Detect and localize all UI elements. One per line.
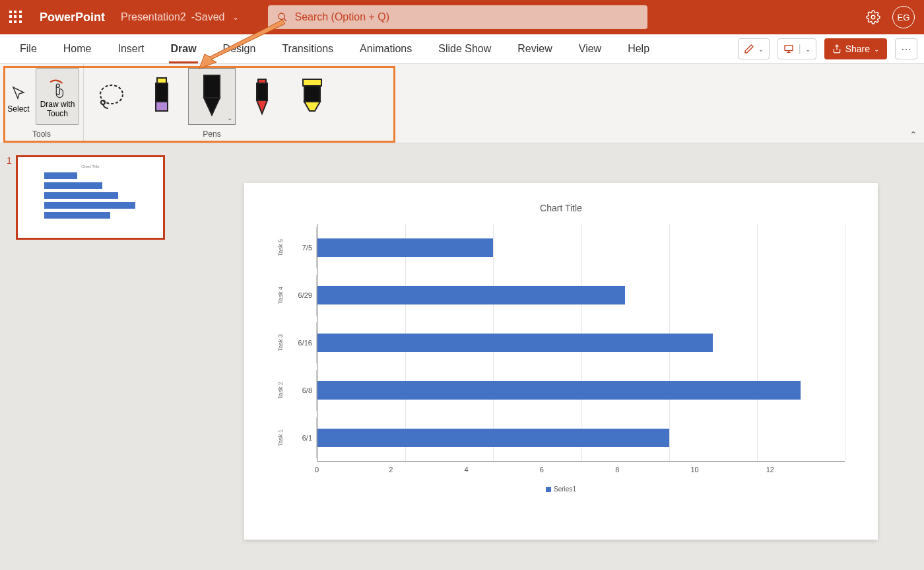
- draw-touch-label: Draw with Touch: [36, 100, 79, 119]
- xtick: 2: [389, 466, 464, 474]
- slide-thumbnail[interactable]: 1 Chart Title: [7, 155, 191, 240]
- chart-bar: [317, 238, 493, 257]
- ytick-task4: Task 4: [277, 287, 288, 304]
- app-launcher-icon[interactable]: [9, 11, 22, 24]
- pen-icon: [150, 77, 173, 116]
- pen-red-button[interactable]: [238, 68, 286, 125]
- ribbon-group-tools: Select Draw with Touch Tools: [0, 64, 84, 143]
- tab-draw[interactable]: Draw: [157, 34, 209, 63]
- pen-black-button[interactable]: ⌄: [188, 68, 236, 125]
- chart-bar: [317, 381, 801, 400]
- collapse-ribbon-icon[interactable]: ⌃: [909, 129, 917, 140]
- ytick-date-1: 6/29: [288, 275, 317, 316]
- pens-group-label: Pens: [203, 129, 220, 141]
- xtick: 12: [766, 466, 842, 474]
- svg-rect-14: [304, 86, 320, 102]
- chart-plot-area: [317, 224, 845, 462]
- tab-review[interactable]: Review: [504, 34, 565, 63]
- editing-mode-button[interactable]: ⌄: [738, 38, 770, 59]
- slide-thumbnail-panel: 1 Chart Title: [0, 143, 198, 570]
- svg-rect-12: [257, 83, 267, 100]
- pen-tip-icon: [197, 73, 226, 120]
- select-tool-button[interactable]: Select: [4, 68, 33, 125]
- svg-point-0: [279, 13, 284, 19]
- tab-file[interactable]: File: [7, 34, 50, 63]
- lasso-icon: [95, 80, 128, 113]
- svg-rect-8: [156, 83, 168, 102]
- svg-rect-9: [156, 102, 168, 111]
- tab-help[interactable]: Help: [614, 34, 663, 63]
- ytick-task3: Task 3: [277, 334, 288, 351]
- present-button[interactable]: | ⌄: [777, 38, 816, 59]
- ribbon: Select Draw with Touch Tools ⌄: [0, 64, 924, 143]
- ytick-task1: Task 1: [277, 429, 288, 446]
- workspace: 1 Chart Title Chart Title: [0, 143, 924, 570]
- svg-rect-10: [204, 75, 220, 98]
- tab-insert[interactable]: Insert: [104, 34, 157, 63]
- ytick-task2: Task 2: [277, 382, 288, 399]
- title-chevron-down-icon[interactable]: ⌄: [232, 13, 239, 22]
- search-input[interactable]: Search (Option + Q): [268, 5, 647, 29]
- present-icon: [783, 44, 794, 54]
- chart-legend: Series1: [277, 485, 845, 493]
- ytick-task5: Task 5: [277, 239, 288, 256]
- chart[interactable]: Chart Title Task 57/5 Task 46/29 Task 36…: [277, 203, 845, 520]
- search-placeholder: Search (Option + Q): [294, 11, 389, 23]
- save-status: Saved: [195, 11, 224, 23]
- chart-x-axis: 024681012: [317, 462, 845, 474]
- svg-line-1: [284, 18, 286, 21]
- tab-home[interactable]: Home: [50, 34, 105, 63]
- svg-rect-3: [785, 46, 793, 51]
- draw-with-touch-button[interactable]: Draw with Touch: [36, 68, 79, 125]
- pen-purple-button[interactable]: [138, 68, 185, 125]
- tools-group-label: Tools: [32, 129, 51, 141]
- avatar[interactable]: EG: [892, 6, 915, 28]
- svg-rect-13: [303, 79, 321, 86]
- slide[interactable]: Chart Title Task 57/5 Task 46/29 Task 36…: [244, 183, 878, 540]
- chevron-down-icon: ⌄: [758, 46, 764, 53]
- tab-animations[interactable]: Animations: [346, 34, 425, 63]
- highlighter-yellow-button[interactable]: [288, 68, 336, 125]
- svg-point-6: [101, 100, 105, 104]
- pencil-icon: [744, 44, 754, 54]
- chart-bar: [317, 286, 625, 304]
- chart-y-axis: Task 57/5 Task 46/29 Task 36/16 Task 26/…: [277, 224, 317, 462]
- slide-canvas-area[interactable]: Chart Title Task 57/5 Task 46/29 Task 36…: [198, 143, 924, 570]
- chevron-down-icon: ⌄: [805, 46, 810, 53]
- share-button[interactable]: Share ⌄: [824, 38, 887, 59]
- touch-draw-icon: [46, 77, 69, 100]
- highlighter-icon: [298, 77, 327, 116]
- tab-view[interactable]: View: [566, 34, 614, 63]
- chart-title: Chart Title: [277, 203, 845, 213]
- gear-icon[interactable]: [866, 10, 880, 24]
- ytick-date-0: 7/5: [288, 227, 317, 268]
- xtick: 8: [615, 466, 690, 474]
- xtick: 0: [315, 466, 390, 474]
- more-options-button[interactable]: ⋯: [895, 38, 917, 59]
- cursor-icon: [11, 82, 26, 104]
- ribbon-group-pens: ⌄ Pens: [84, 64, 340, 143]
- thumbnail-chart-preview: Chart Title: [31, 164, 150, 231]
- ribbon-tabs: File Home Insert Draw Design Transitions…: [0, 34, 924, 64]
- search-icon: [277, 12, 288, 22]
- ytick-date-3: 6/8: [288, 370, 317, 411]
- chevron-down-icon: ⌄: [227, 114, 232, 122]
- slide-number: 1: [7, 155, 12, 166]
- document-name[interactable]: Presentation2: [121, 11, 186, 23]
- avatar-initials: EG: [898, 13, 910, 22]
- svg-rect-7: [157, 78, 166, 83]
- xtick: 10: [690, 466, 766, 474]
- ytick-date-2: 6/16: [288, 322, 317, 363]
- legend-swatch-icon: [546, 487, 551, 492]
- share-icon: [832, 44, 842, 53]
- ellipsis-icon: ⋯: [901, 43, 911, 55]
- pen-tip-icon: [251, 77, 273, 116]
- xtick: 4: [465, 466, 540, 474]
- tab-slideshow[interactable]: Slide Show: [425, 34, 504, 63]
- share-label: Share: [845, 44, 870, 54]
- tab-design[interactable]: Design: [210, 34, 269, 63]
- tab-transitions[interactable]: Transitions: [269, 34, 346, 63]
- ytick-date-4: 6/1: [288, 417, 317, 458]
- lasso-select-button[interactable]: [88, 68, 135, 125]
- chevron-down-icon: ⌄: [874, 46, 879, 53]
